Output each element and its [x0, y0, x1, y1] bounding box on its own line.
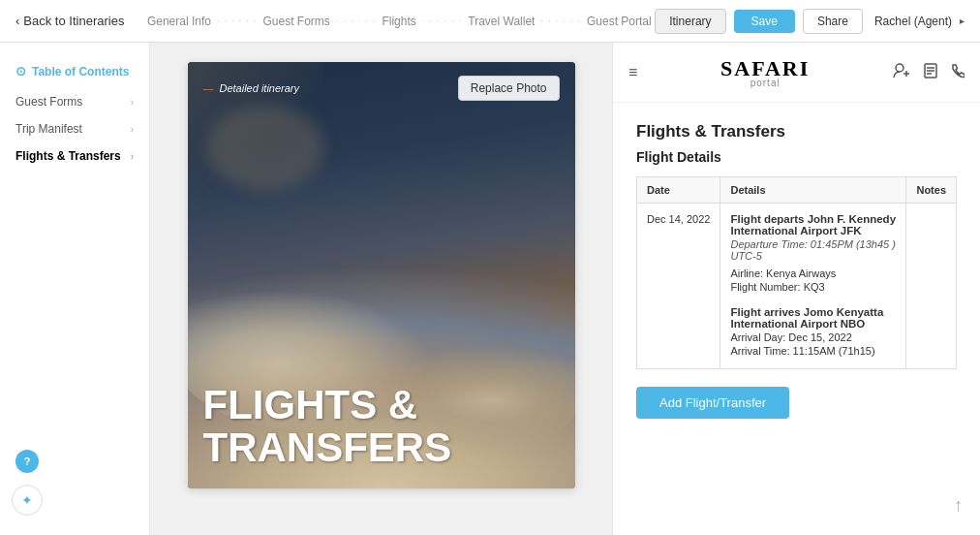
back-label: Back to Itineraries: [23, 14, 124, 28]
phone-icon[interactable]: [951, 63, 965, 82]
chevron-left-icon: ‹: [15, 14, 19, 28]
nav-step-guest-portal[interactable]: Guest Portal: [587, 15, 652, 28]
share-button[interactable]: Share: [803, 9, 863, 34]
document-icon[interactable]: [924, 63, 937, 82]
col-header-details: Details: [720, 177, 906, 204]
nav-step-travel-wallet[interactable]: Travel Wallet: [468, 15, 535, 28]
back-button[interactable]: ‹ Back to Itineraries: [15, 14, 124, 28]
chevron-right-icon: ›: [131, 151, 134, 162]
add-person-icon[interactable]: [893, 63, 910, 82]
flight-details: Flight departs John F. Kennedy Internati…: [720, 204, 906, 369]
sidebar-item-guest-forms[interactable]: Guest Forms ›: [0, 88, 149, 115]
table-row: Dec 14, 2022 Flight departs John F. Kenn…: [637, 204, 957, 369]
flight-detail-block-arrive: Flight arrives Jomo Kenyatta Internation…: [730, 306, 896, 357]
sidebar-item-trip-manifest[interactable]: Trip Manifest ›: [0, 115, 149, 142]
sidebar-item-flights-transfers[interactable]: Flights & Transfers ›: [0, 142, 149, 170]
flight-notes: [906, 204, 957, 369]
table-of-contents[interactable]: ⊙ Table of Contents: [0, 58, 149, 88]
card-image: Detailed itinerary Replace Photo FLIGHTS…: [188, 62, 575, 488]
sidebar: ⊙ Table of Contents Guest Forms › Trip M…: [0, 43, 150, 535]
help-button[interactable]: ?: [15, 450, 39, 473]
center-area: Detailed itinerary Replace Photo FLIGHTS…: [150, 43, 612, 535]
add-flight-transfer-button[interactable]: Add Flight/Transfer: [636, 387, 789, 419]
main-container: ⊙ Table of Contents Guest Forms › Trip M…: [0, 43, 980, 535]
compass-icon[interactable]: ✦: [12, 485, 43, 516]
flight-date: Dec 14, 2022: [637, 204, 720, 369]
hamburger-icon[interactable]: ≡: [628, 64, 637, 81]
replace-photo-button[interactable]: Replace Photo: [458, 76, 560, 101]
svg-point-0: [896, 64, 903, 72]
flight-table: Date Details Notes Dec 14, 2022 Flight d…: [636, 176, 957, 369]
itinerary-card: Detailed itinerary Replace Photo FLIGHTS…: [188, 62, 575, 488]
chevron-right-icon: ›: [131, 97, 134, 108]
safari-logo: SAFARI portal: [637, 56, 893, 88]
agent-label: Rachel (Agent): [874, 15, 952, 28]
card-title: FLIGHTS & TRANSFERS: [203, 384, 452, 469]
nav-step-flights[interactable]: Flights: [382, 15, 415, 28]
save-button[interactable]: Save: [734, 10, 795, 33]
nav-actions: Itinerary Save Share Rachel (Agent) ▸: [655, 9, 965, 34]
scroll-up-arrow[interactable]: ↑: [954, 495, 963, 516]
itinerary-button[interactable]: Itinerary: [655, 9, 725, 34]
section-subtitle: Flight Details: [636, 149, 957, 165]
panel-header: ≡ SAFARI portal: [613, 43, 980, 103]
top-nav: ‹ Back to Itineraries General Info · · ·…: [0, 0, 980, 43]
section-title: Flights & Transfers: [636, 122, 957, 142]
nav-step-guest-forms[interactable]: Guest Forms: [262, 15, 329, 28]
agent-chevron-icon: ▸: [960, 16, 965, 26]
panel-icons: [893, 63, 965, 82]
flight-detail-block-depart: Flight departs John F. Kennedy Internati…: [730, 213, 896, 293]
col-header-date: Date: [637, 177, 720, 204]
panel-content: Flights & Transfers Flight Details Date …: [613, 103, 980, 438]
toc-icon: ⊙: [15, 64, 26, 79]
nav-step-general-info[interactable]: General Info: [147, 15, 211, 28]
card-overlay-top: Detailed itinerary Replace Photo: [188, 62, 575, 114]
right-panel: ≡ SAFARI portal: [612, 43, 980, 535]
col-header-notes: Notes: [906, 177, 957, 204]
nav-steps: General Info · · · · · · Guest Forms · ·…: [143, 15, 655, 28]
detailed-tag: Detailed itinerary: [203, 82, 300, 94]
chevron-right-icon: ›: [131, 124, 134, 135]
